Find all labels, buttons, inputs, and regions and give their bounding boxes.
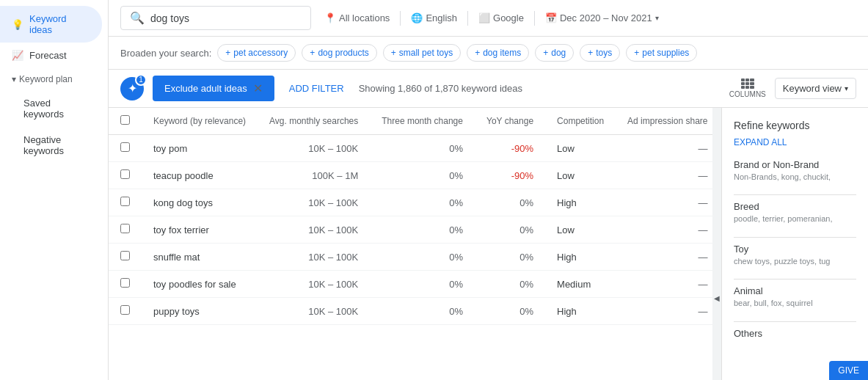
row-checkbox-cell[interactable] bbox=[109, 162, 142, 189]
keyword-header[interactable]: Keyword (by relevance) bbox=[142, 108, 258, 135]
select-all-checkbox[interactable] bbox=[120, 115, 130, 125]
keyword-cell: toy pom bbox=[142, 135, 258, 162]
keyword-cell: teacup poodle bbox=[142, 162, 258, 189]
broaden-chip-4[interactable]: + dog bbox=[535, 44, 574, 62]
refine-section-0: Brand or Non-Brand Non-Brands, kong, chu… bbox=[734, 159, 856, 183]
row-checkbox-cell[interactable] bbox=[109, 216, 142, 244]
row-checkbox[interactable] bbox=[120, 224, 130, 233]
chevron-down-icon: ▾ bbox=[655, 14, 659, 22]
broaden-chip-1[interactable]: + dog products bbox=[302, 44, 376, 62]
language-icon: 🌐 bbox=[411, 12, 423, 23]
competition-header[interactable]: Competition bbox=[545, 108, 616, 135]
avg-monthly-cell: 10K – 100K bbox=[258, 271, 370, 298]
keyword-table: Keyword (by relevance) Avg. monthly sear… bbox=[109, 108, 712, 325]
expand-all-button[interactable]: EXPAND ALL bbox=[734, 137, 856, 147]
row-checkbox-cell[interactable] bbox=[109, 189, 142, 216]
sidebar-item-keyword-ideas[interactable]: 💡 Keyword ideas bbox=[0, 6, 102, 43]
select-all-header[interactable] bbox=[109, 108, 142, 135]
three-month-cell: 0% bbox=[370, 162, 475, 189]
refine-section-2: Toy chew toys, puzzle toys, tug bbox=[734, 244, 856, 267]
location-filter[interactable]: 📍 All locations bbox=[320, 10, 394, 26]
broaden-chip-3[interactable]: + dog items bbox=[467, 44, 529, 62]
refine-section-title-0[interactable]: Brand or Non-Brand bbox=[734, 159, 856, 170]
row-checkbox[interactable] bbox=[120, 251, 130, 260]
three-month-cell: 0% bbox=[370, 189, 475, 216]
sidebar-item-saved-keywords[interactable]: Saved keywords bbox=[0, 90, 102, 127]
keyword-view-button[interactable]: Keyword view ▾ bbox=[775, 78, 856, 99]
refine-section-title-2[interactable]: Toy bbox=[734, 244, 856, 255]
collapse-arrow[interactable]: ◀ bbox=[712, 108, 721, 380]
table-row: toy fox terrier 10K – 100K 0% 0% Low — bbox=[109, 216, 712, 244]
refine-section-3: Animal bear, bull, fox, squirrel bbox=[734, 285, 856, 309]
row-checkbox[interactable] bbox=[120, 278, 130, 288]
competition-cell: Low bbox=[545, 162, 616, 189]
negative-keywords-label: Negative keywords bbox=[23, 134, 90, 156]
refine-section-title-1[interactable]: Breed bbox=[734, 201, 856, 212]
three-month-cell: 0% bbox=[370, 298, 475, 325]
refine-section-1: Breed poodle, terrier, pomeranian, bbox=[734, 201, 856, 224]
sidebar-item-negative-keywords[interactable]: Negative keywords bbox=[0, 127, 102, 164]
close-icon[interactable]: ✕ bbox=[253, 81, 263, 95]
date-filter[interactable]: 📅 Dec 2020 – Nov 2021 ▾ bbox=[541, 10, 663, 26]
language-label: English bbox=[426, 12, 457, 23]
plus-icon: + bbox=[391, 48, 396, 58]
broaden-chip-6[interactable]: + pet supplies bbox=[626, 44, 697, 62]
chevron-down-icon: ▾ bbox=[12, 74, 16, 84]
row-checkbox[interactable] bbox=[120, 169, 130, 179]
refine-divider bbox=[734, 194, 856, 195]
search-input-wrapper[interactable]: 🔍 bbox=[120, 6, 311, 30]
sidebar-item-forecast[interactable]: 📈 Forecast bbox=[0, 43, 102, 68]
avg-monthly-cell: 10K – 100K bbox=[258, 244, 370, 271]
keyword-cell: toy fox terrier bbox=[142, 216, 258, 244]
row-checkbox[interactable] bbox=[120, 142, 130, 152]
toolbar: ✦ 1 Exclude adult ideas ✕ ADD FILTER Sho… bbox=[109, 70, 868, 108]
refine-title: Refine keywords bbox=[734, 120, 856, 131]
row-checkbox[interactable] bbox=[120, 305, 130, 315]
row-checkbox[interactable] bbox=[120, 197, 130, 206]
ad-impression-cell: — bbox=[616, 271, 712, 298]
location-label: All locations bbox=[339, 12, 390, 23]
search-input[interactable] bbox=[150, 12, 282, 24]
add-filter-button[interactable]: ADD FILTER bbox=[283, 80, 350, 97]
row-checkbox-cell[interactable] bbox=[109, 244, 142, 271]
broaden-chip-5[interactable]: + toys bbox=[580, 44, 620, 62]
keyword-cell: snuffle mat bbox=[142, 244, 258, 271]
sidebar: 💡 Keyword ideas 📈 Forecast ▾ Keyword pla… bbox=[0, 0, 109, 380]
yoy-header[interactable]: YoY change bbox=[475, 108, 545, 135]
three-month-cell: 0% bbox=[370, 271, 475, 298]
avg-monthly-header[interactable]: Avg. monthly searches bbox=[258, 108, 370, 135]
columns-button[interactable]: COLUMNS bbox=[729, 78, 766, 98]
competition-cell: High bbox=[545, 244, 616, 271]
exclude-label: Exclude adult ideas bbox=[164, 83, 247, 94]
sidebar-item-label: Forecast bbox=[29, 50, 67, 61]
search-bar-row: 🔍 📍 All locations 🌐 English ⬜ Google 📅 D… bbox=[109, 0, 868, 37]
give-feedback-button[interactable]: GIVE bbox=[829, 361, 868, 380]
refine-section-title-4[interactable]: Others bbox=[734, 328, 856, 339]
avg-monthly-cell: 10K – 100K bbox=[258, 216, 370, 244]
network-label: Google bbox=[493, 12, 524, 23]
sidebar-section-keyword-plan[interactable]: ▾ Keyword plan bbox=[0, 68, 108, 90]
plus-icon: + bbox=[634, 48, 639, 58]
search-filters: 📍 All locations 🌐 English ⬜ Google 📅 Dec… bbox=[320, 10, 663, 26]
row-checkbox-cell[interactable] bbox=[109, 271, 142, 298]
network-filter[interactable]: ⬜ Google bbox=[474, 10, 528, 26]
calendar-icon: 📅 bbox=[545, 12, 557, 23]
exclude-adult-button[interactable]: Exclude adult ideas ✕ bbox=[153, 76, 274, 101]
three-month-header[interactable]: Three month change bbox=[370, 108, 475, 135]
refine-section-title-3[interactable]: Animal bbox=[734, 285, 856, 296]
competition-cell: High bbox=[545, 298, 616, 325]
row-checkbox-cell[interactable] bbox=[109, 135, 142, 162]
saved-keywords-label: Saved keywords bbox=[23, 98, 90, 120]
broaden-chip-label: dog products bbox=[318, 48, 368, 58]
ad-impression-header[interactable]: Ad impression share bbox=[616, 108, 712, 135]
broaden-chip-label: toys bbox=[596, 48, 612, 58]
row-checkbox-cell[interactable] bbox=[109, 298, 142, 325]
broaden-chip-0[interactable]: + pet accessory bbox=[217, 44, 296, 62]
magic-icon-wrapper: ✦ 1 bbox=[120, 77, 144, 101]
broaden-chip-label: pet accessory bbox=[233, 48, 288, 58]
language-filter[interactable]: 🌐 English bbox=[406, 10, 462, 26]
refine-section-sub-3: bear, bull, fox, squirrel bbox=[734, 298, 856, 309]
competition-cell: High bbox=[545, 189, 616, 216]
broaden-chip-2[interactable]: + small pet toys bbox=[383, 44, 461, 62]
broaden-label: Broaden your search: bbox=[120, 48, 211, 59]
